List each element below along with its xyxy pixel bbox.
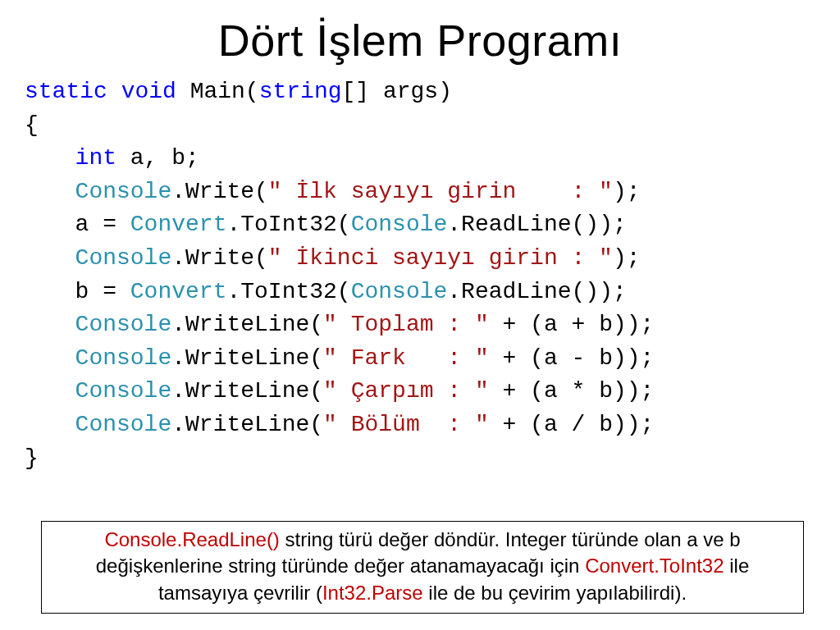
note-highlight: Convert.ToInt32 [585,555,724,577]
code-text: a = [75,212,130,237]
code-text: + (a * b)); [489,378,655,404]
code-block: static void Main(string[] args) { int a,… [25,75,815,475]
type-convert: Convert [130,279,227,304]
note-box: Console.ReadLine() string türü değer dön… [41,521,804,614]
code-text: b = [75,279,130,304]
code-text: Main( [176,79,259,104]
type-console: Console [75,378,172,404]
code-text: .Write( [171,245,268,271]
code-text: [] args) [342,79,452,104]
type-console: Console [75,245,172,271]
type-convert: Convert [130,212,227,237]
string-literal: " Bölüm : " [323,412,489,437]
string-literal: " Çarpım : " [323,378,489,404]
keyword-static: static [25,79,107,104]
code-text: .WriteLine( [171,345,323,371]
brace-close: } [25,445,39,471]
type-console: Console [351,212,448,237]
code-text: .ToInt32( [226,212,350,237]
note-text: ile de bu çevirim yapılabilirdi). [423,582,687,604]
keyword-void: void [121,79,176,104]
code-text: .Write( [171,179,268,204]
note-highlight: Int32.Parse [322,582,423,604]
string-literal: " İkinci sayıyı girin : " [268,245,613,271]
type-console: Console [75,345,172,371]
code-text: ); [613,179,641,204]
string-literal: " Toplam : " [323,312,489,337]
code-text: + (a / b)); [489,412,655,437]
code-text: .WriteLine( [171,412,323,437]
keyword-int: int [75,145,116,171]
string-literal: " İlk sayıyı girin : " [268,179,613,204]
code-text: .WriteLine( [171,378,323,404]
string-literal: " Fark : " [323,345,489,371]
code-text: + (a - b)); [489,345,655,371]
code-text: .WriteLine( [171,312,323,337]
brace-open: { [25,112,39,138]
type-console: Console [351,279,448,304]
code-text: + (a + b)); [489,312,655,337]
type-console: Console [75,312,172,337]
type-console: Console [75,179,172,204]
slide-title: Dört İşlem Programı [25,15,815,66]
code-text: .ToInt32( [226,279,350,304]
code-text: ); [613,245,641,271]
keyword-string: string [259,79,342,104]
slide: Dört İşlem Programı static void Main(str… [0,0,840,630]
code-text: .ReadLine()); [447,279,626,304]
note-highlight: Console.ReadLine() [104,528,279,550]
code-text: a, b; [116,145,199,171]
code-text: .ReadLine()); [447,212,626,237]
type-console: Console [75,412,172,437]
